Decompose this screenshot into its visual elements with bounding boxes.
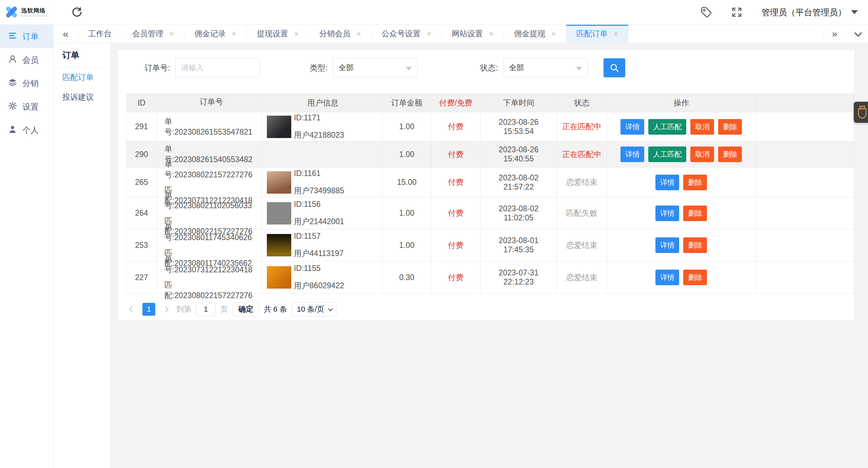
sidebar-item-5[interactable]: 个人 (0, 118, 53, 142)
tab-close-icon[interactable]: × (614, 30, 618, 38)
action-button-详情[interactable]: 详情 (655, 175, 679, 190)
action-button-删除[interactable]: 删除 (683, 206, 707, 221)
action-button-删除[interactable]: 删除 (683, 270, 707, 285)
action-button-详情[interactable]: 详情 (655, 206, 679, 221)
tab-close-icon[interactable]: × (232, 30, 236, 38)
action-button-删除[interactable]: 删除 (718, 147, 742, 162)
sidebar-item-label: 个人 (22, 125, 39, 136)
submenu-item-1[interactable]: 匹配订单 (54, 67, 111, 87)
tab-5[interactable]: 分销会员× (309, 25, 372, 43)
tabs-dropdown-icon[interactable] (846, 25, 868, 43)
cell-status: 正在匹配中 (557, 112, 607, 141)
tab-4[interactable]: 提现设置× (247, 25, 309, 43)
sidebar-item-2[interactable]: 会员 (0, 48, 53, 72)
tab-7[interactable]: 网站设置× (441, 25, 504, 43)
tab-label: 佣金提现 (514, 28, 545, 39)
page-size-select[interactable]: 10 条/页 (292, 302, 337, 316)
orders-table: ID订单号用户信息订单金额付费/免费下单时间状态操作291单号:20230826… (126, 94, 854, 294)
cell-order-time: 2023-08-26 15:40:55 (480, 141, 557, 167)
goto-page-input[interactable] (196, 303, 216, 316)
next-page-icon[interactable] (160, 304, 172, 315)
action-button-取消[interactable]: 取消 (690, 147, 714, 162)
action-button-详情[interactable]: 详情 (620, 147, 644, 162)
action-button-详情[interactable]: 详情 (655, 270, 679, 285)
status-select[interactable]: 全部 (503, 58, 588, 77)
column-header: 用户信息 (262, 94, 383, 112)
order-number-line: 单号:202308021102056033 (164, 190, 258, 211)
user-id: ID:1156 (294, 200, 321, 209)
tab-close-icon[interactable]: × (551, 30, 556, 38)
cell-user-info: ID:1157用户44113197 (262, 229, 383, 261)
tab-9[interactable]: 匹配订单× (566, 25, 629, 43)
user-name: 管理员（平台管理员） (762, 7, 846, 18)
type-select-value: 全部 (339, 63, 354, 73)
user-avatar (267, 202, 291, 225)
cell-fee-type: 付费 (431, 229, 480, 261)
cell-blank (756, 141, 854, 167)
action-button-取消[interactable]: 取消 (690, 119, 714, 135)
refresh-icon[interactable] (71, 6, 83, 18)
sidebar-item-label: 会员 (22, 55, 39, 65)
user-id: ID:1155 (294, 264, 321, 273)
tab-close-icon[interactable]: × (427, 30, 431, 38)
type-caret-down-icon (406, 67, 412, 71)
tab-label: 提现设置 (257, 28, 288, 39)
user-number: 用户86029422 (294, 280, 344, 291)
tab-close-icon[interactable]: × (294, 30, 299, 38)
cell-amount: 1.00 (382, 197, 431, 229)
user-number: 用户73499885 (294, 186, 344, 196)
sidebar-item-4[interactable]: 设置 (0, 95, 53, 118)
tab-close-icon[interactable]: × (357, 30, 361, 38)
goto-suffix-label: 页 (220, 304, 228, 314)
tab-3[interactable]: 佣金记录× (184, 25, 247, 43)
goto-confirm-button[interactable]: 确定 (233, 302, 259, 316)
fullscreen-icon[interactable] (731, 6, 743, 18)
page-number-button[interactable]: 1 (142, 303, 155, 316)
cell-amount: 1.00 (382, 112, 431, 141)
cell-amount: 1.00 (382, 229, 431, 261)
action-button-删除[interactable]: 删除 (718, 119, 742, 135)
submenu-item-2[interactable]: 投诉建议 (54, 87, 111, 107)
user-avatar (267, 171, 291, 194)
action-button-详情[interactable]: 详情 (655, 237, 679, 253)
tabs-collapse-left-icon[interactable]: « (54, 25, 78, 43)
type-select[interactable]: 全部 (333, 58, 418, 77)
order-no-input[interactable] (175, 58, 260, 77)
cell-actions: 详情删除 (607, 261, 756, 293)
cell-fee-type: 付费 (431, 261, 480, 293)
action-button-详情[interactable]: 详情 (620, 119, 644, 135)
cell-amount: 0.30 (382, 261, 431, 293)
cell-id: 265 (126, 168, 157, 197)
user-menu[interactable]: 管理员（平台管理员） (762, 7, 858, 18)
action-button-人工匹配[interactable]: 人工匹配 (648, 147, 686, 162)
tab-label: 网站设置 (452, 28, 483, 39)
tab-close-icon[interactable]: × (489, 30, 493, 38)
search-button[interactable] (604, 58, 625, 77)
action-button-删除[interactable]: 删除 (683, 175, 707, 190)
tab-8[interactable]: 佣金提现× (504, 25, 566, 43)
sidebar-item-3[interactable]: 分销 (0, 72, 53, 95)
cell-blank (756, 112, 854, 141)
member-icon (8, 55, 17, 65)
action-button-删除[interactable]: 删除 (683, 237, 707, 253)
order-list-icon (8, 31, 17, 42)
table-header-row: ID订单号用户信息订单金额付费/免费下单时间状态操作 (126, 94, 854, 112)
cell-actions: 详情删除 (607, 197, 756, 229)
sidebar-item-1[interactable]: 订单 (0, 25, 53, 48)
tabs-scroll-right-icon[interactable]: » (823, 25, 846, 43)
tab-2[interactable]: 会员管理× (122, 25, 184, 43)
tab-label: 匹配订单 (576, 28, 608, 39)
order-number-line: 单号:202308261553547821 (164, 116, 258, 137)
main-content: 订单号: 类型: 全部 状态: 全部 ID订单号用户信息订单金额付费/免费下单时… (111, 43, 868, 468)
tab-1[interactable]: 工作台 (78, 25, 122, 43)
tab-6[interactable]: 公众号设置× (371, 25, 441, 43)
side-floating-widget[interactable] (854, 102, 868, 123)
cell-user-info: ID:1161用户73499885 (262, 168, 383, 197)
tab-close-icon[interactable]: × (170, 30, 174, 38)
column-header: 状态 (557, 94, 607, 112)
order-number-line: 单号:202308011745340626 (164, 222, 258, 243)
cell-blank (756, 261, 854, 293)
tag-icon[interactable] (701, 6, 712, 18)
prev-page-icon[interactable] (126, 304, 138, 315)
action-button-人工匹配[interactable]: 人工匹配 (648, 119, 686, 135)
